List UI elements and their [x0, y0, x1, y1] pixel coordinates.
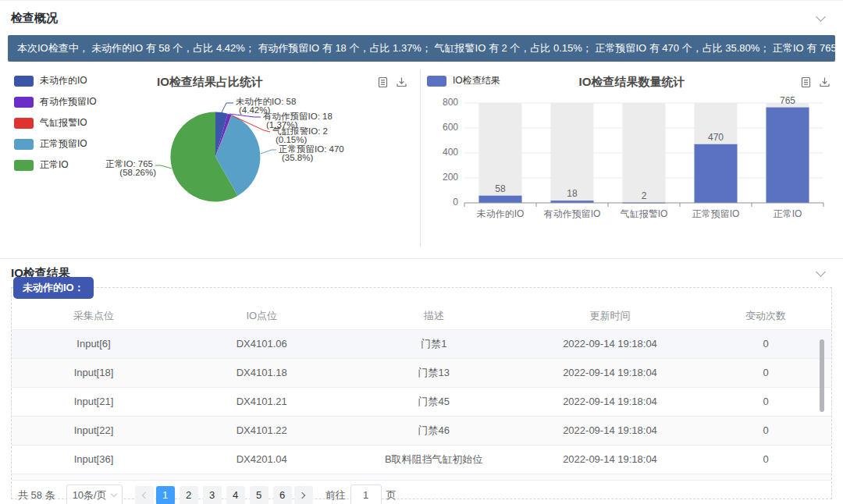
table-column-header: IO点位	[176, 303, 348, 329]
overview-section-title: 检查概况	[11, 11, 58, 26]
legend-label: 气缸报警IO	[40, 116, 87, 130]
page-number-button[interactable]: 5	[250, 486, 269, 504]
legend-swatch-icon	[14, 76, 34, 87]
page-number-button[interactable]: 1	[156, 486, 175, 504]
legend-swatch-icon	[14, 97, 34, 108]
bar-value-label: 765	[780, 95, 795, 106]
table-cell: DX4101.06	[176, 329, 348, 358]
pagination-bar: 共 58 条 10条/页 123456 前往 页	[12, 484, 831, 504]
legend-item[interactable]: IO检查结果	[427, 74, 500, 87]
table-cell: Input[6]	[12, 329, 176, 358]
overview-section-header: 检查概况	[0, 1, 843, 35]
page-size-value: 10条/页	[73, 488, 107, 502]
table-row[interactable]: Input[18]DX4101.18门禁132022-09-14 19:18:0…	[12, 358, 831, 387]
bar-chart-panel: IO检查结果数量统计 IO检查结果	[421, 69, 843, 247]
pie-label-line	[155, 165, 172, 169]
legend-swatch-icon	[14, 118, 34, 129]
x-axis-category-label: 气缸报警IO	[620, 208, 668, 219]
bar-legend-swatch-icon	[427, 76, 446, 87]
legend-swatch-icon	[14, 139, 34, 150]
y-axis-tick-label: 600	[443, 122, 458, 133]
table-row[interactable]: Input[22]DX4101.22门禁462022-09-14 19:18:0…	[12, 416, 831, 445]
bar-chart[interactable]: 020040060080058未动作的IO18有动作预留IO2气缸报警IO470…	[421, 69, 843, 247]
bar-background-column	[623, 103, 666, 203]
pager: 123456	[154, 486, 294, 504]
table-cell: 2022-09-14 19:18:04	[520, 329, 700, 358]
legend-item[interactable]: 有动作预留IO	[14, 95, 97, 108]
chevron-down-icon	[110, 491, 116, 497]
bar[interactable]	[767, 108, 809, 203]
filter-tag-button[interactable]: 未动作的IO：	[13, 277, 94, 299]
legend-item[interactable]: 正常预留IO	[14, 137, 97, 151]
table-cell: 2022-09-14 19:18:04	[520, 445, 700, 474]
bar-value-label: 58	[495, 183, 506, 194]
table-scrollbar[interactable]	[820, 339, 824, 412]
table-cell: Input[22]	[12, 416, 176, 445]
pagination-total: 共 58 条	[18, 488, 55, 502]
table-cell: 0	[700, 329, 831, 358]
legend-item[interactable]: 正常IO	[14, 158, 97, 172]
y-axis-tick-label: 800	[443, 97, 458, 108]
summary-banner: 本次IO检查中， 未动作的IO 有 58 个，占比 4.42%； 有动作预留IO…	[8, 35, 835, 62]
table-cell: Input[18]	[12, 358, 176, 387]
pie-legend: 未动作的IO有动作预留IO气缸报警IO正常预留IO正常IO	[14, 74, 97, 172]
table-cell: 门禁46	[348, 416, 521, 445]
pie-label-pct: (0.15%)	[276, 135, 307, 144]
page-size-select[interactable]: 10条/页	[66, 484, 123, 504]
table-cell: 2022-09-14 19:18:04	[520, 416, 700, 445]
legend-item[interactable]: 气缸报警IO	[14, 116, 97, 130]
legend-swatch-icon	[14, 160, 34, 171]
table-cell: 门禁13	[348, 358, 521, 387]
table-cell: 0	[700, 416, 831, 445]
chevron-right-icon	[299, 492, 305, 498]
table-cell: DX4101.22	[176, 416, 348, 445]
table-cell: DX4201.04	[176, 445, 348, 474]
table-row[interactable]: Input[21]DX4101.21门禁452022-09-14 19:18:0…	[12, 387, 831, 416]
table-row[interactable]: Input[36]DX4201.04B取料阻挡气缸初始位2022-09-14 1…	[12, 445, 831, 474]
bar-value-label: 2	[642, 190, 647, 201]
page-number-button[interactable]: 3	[203, 486, 222, 504]
table-cell: 2022-09-14 19:18:04	[520, 387, 700, 416]
table-column-header: 更新时间	[520, 303, 700, 329]
page-number-button[interactable]: 4	[226, 486, 245, 504]
pie-label-pct: (58.26%)	[119, 168, 156, 177]
prev-page-button[interactable]	[135, 486, 154, 504]
bar[interactable]	[479, 196, 522, 203]
goto-label: 前往	[325, 488, 346, 502]
page-unit-label: 页	[386, 488, 397, 502]
page-number-button[interactable]: 6	[273, 486, 292, 504]
table-column-header: 描述	[348, 303, 521, 329]
charts-row: IO检查结果占比统计 未动作的IO有动作预留IO气缸报警IO正常预留IO正常IO…	[0, 69, 843, 247]
legend-label: 正常预留IO	[40, 137, 87, 151]
pie-label-pct: (35.8%)	[282, 153, 313, 162]
results-table-body: Input[6]DX4101.06门禁12022-09-14 19:18:040…	[12, 329, 831, 474]
table-cell: Input[36]	[12, 445, 176, 474]
bar[interactable]	[695, 144, 738, 203]
results-table: 采集点位IO点位描述更新时间变动次数 Input[6]DX4101.06门禁12…	[12, 303, 831, 474]
bar-value-label: 470	[708, 132, 724, 143]
table-row[interactable]: Input[6]DX4101.06门禁12022-09-14 19:18:040	[12, 329, 831, 358]
table-cell: B取料阻挡气缸初始位	[348, 445, 521, 474]
goto-page: 前往 页	[325, 484, 397, 504]
table-cell: 门禁45	[348, 387, 521, 416]
table-cell: 门禁1	[348, 329, 521, 358]
legend-label: 未动作的IO	[40, 74, 87, 87]
next-page-button[interactable]	[294, 486, 313, 504]
legend-item[interactable]: 未动作的IO	[14, 74, 97, 87]
chevron-down-icon[interactable]	[816, 267, 826, 277]
y-axis-tick-label: 0	[453, 197, 458, 208]
results-section-header: IO检查结果	[0, 259, 843, 287]
table-cell: 0	[700, 387, 831, 416]
dashboard-page: 检查概况 本次IO检查中， 未动作的IO 有 58 个，占比 4.42%； 有动…	[0, 0, 843, 504]
chevron-down-icon[interactable]	[816, 12, 826, 22]
pie-label-line	[261, 150, 276, 154]
x-axis-category-label: 正常预留IO	[692, 208, 740, 219]
goto-page-input[interactable]	[350, 484, 382, 504]
x-axis-category-label: 未动作的IO	[477, 208, 525, 219]
y-axis-tick-label: 400	[443, 147, 458, 158]
table-cell: 0	[700, 445, 831, 474]
table-cell: 2022-09-14 19:18:04	[520, 358, 700, 387]
page-number-button[interactable]: 2	[180, 486, 198, 504]
table-header-row: 采集点位IO点位描述更新时间变动次数	[12, 303, 831, 329]
table-column-header: 采集点位	[12, 303, 176, 329]
